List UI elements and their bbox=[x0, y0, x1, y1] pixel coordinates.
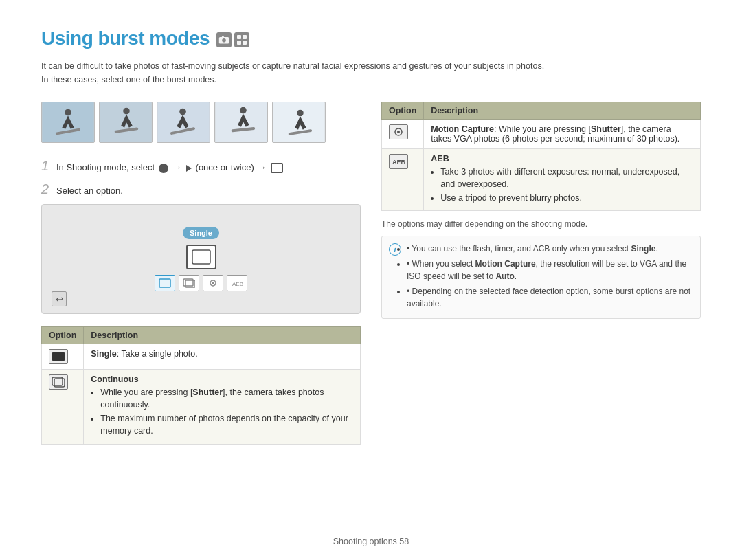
burst-images bbox=[41, 102, 361, 143]
svg-point-17 bbox=[240, 107, 247, 114]
options-note: The options may differ depending on the … bbox=[381, 219, 701, 229]
svg-rect-29 bbox=[52, 352, 65, 361]
table-row-aeb: AEB AEB Take 3 photos with different exp… bbox=[382, 149, 701, 211]
motion-capture-icon bbox=[389, 124, 408, 139]
page-title: Using burst modes bbox=[41, 27, 210, 49]
table-row-single: Single: Take a single photo. bbox=[42, 344, 361, 370]
right-option-table: Option Description Motion Capture: While… bbox=[381, 102, 701, 211]
mode-single-icon[interactable] bbox=[155, 275, 175, 291]
svg-point-20 bbox=[297, 110, 304, 117]
continuous-option-icon bbox=[49, 374, 68, 390]
table-row-continuous: Continuous While you are pressing [Shutt… bbox=[42, 370, 361, 445]
svg-rect-5 bbox=[237, 41, 241, 45]
single-icon-large bbox=[186, 245, 216, 269]
single-label: Single bbox=[183, 227, 219, 239]
footer: Shooting options 58 bbox=[0, 537, 742, 546]
mode-motion-icon[interactable] bbox=[203, 275, 223, 291]
step-1: 1 In Shooting mode, select → (once or tw… bbox=[41, 158, 361, 175]
svg-point-11 bbox=[123, 108, 130, 115]
camera-ui: Single AEB bbox=[41, 204, 361, 314]
left-column: 1 In Shooting mode, select → (once or tw… bbox=[41, 102, 361, 451]
continuous-option-desc: Continuous While you are pressing [Shutt… bbox=[84, 370, 361, 445]
aeb-icon: AEB bbox=[389, 154, 408, 169]
back-button[interactable]: ↩ bbox=[52, 291, 67, 306]
camera-icon bbox=[216, 32, 232, 47]
intro-text: It can be difficult to take photos of fa… bbox=[41, 59, 660, 87]
single-option-icon bbox=[49, 349, 68, 364]
svg-rect-3 bbox=[237, 35, 241, 39]
svg-point-14 bbox=[179, 109, 186, 115]
title-row: Using burst modes bbox=[41, 27, 701, 49]
svg-point-8 bbox=[65, 109, 71, 116]
right-table-header-desc: Description bbox=[424, 102, 701, 120]
table-row-motion-capture: Motion Capture: While you are pressing [… bbox=[382, 120, 701, 149]
burst-img-2 bbox=[99, 102, 153, 143]
svg-rect-22 bbox=[192, 250, 210, 264]
right-column: Option Description Motion Capture: While… bbox=[381, 102, 701, 324]
svg-point-27 bbox=[212, 282, 214, 284]
svg-rect-4 bbox=[243, 35, 247, 39]
title-icons bbox=[216, 32, 249, 47]
mode-continuous-icon[interactable] bbox=[179, 275, 199, 291]
left-option-table: Option Description Single: Take a single… bbox=[41, 326, 361, 445]
motion-capture-desc: Motion Capture: While you are pressing [… bbox=[424, 120, 701, 149]
note-content: • You can use the flash, timer, and ACB … bbox=[407, 243, 693, 312]
burst-img-1 bbox=[41, 102, 95, 143]
burst-img-4 bbox=[214, 102, 268, 143]
note-box: i • You can use the flash, timer, and AC… bbox=[381, 236, 701, 319]
mode-icons-row: AEB bbox=[155, 275, 247, 291]
grid-icon bbox=[234, 32, 249, 47]
burst-img-3 bbox=[157, 102, 210, 143]
mode-aeb-icon[interactable]: AEB bbox=[227, 275, 247, 291]
svg-rect-2 bbox=[222, 36, 224, 37]
left-table-header-desc: Description bbox=[84, 327, 361, 344]
svg-text:AEB: AEB bbox=[232, 281, 243, 287]
step-1-number: 1 bbox=[41, 158, 51, 174]
step-1-text: In Shooting mode, select → (once or twic… bbox=[56, 161, 283, 175]
step-2-number: 2 bbox=[41, 181, 51, 197]
svg-point-33 bbox=[397, 131, 400, 133]
step-2-text: Select an option. bbox=[56, 184, 123, 198]
right-table-header-option: Option bbox=[382, 102, 424, 120]
single-option-desc: Single: Take a single photo. bbox=[84, 344, 361, 370]
burst-img-5 bbox=[272, 102, 326, 143]
svg-point-1 bbox=[222, 38, 226, 43]
svg-rect-6 bbox=[243, 41, 247, 45]
svg-text:AEB: AEB bbox=[392, 159, 405, 166]
step-2: 2 Select an option. bbox=[41, 181, 361, 198]
svg-rect-23 bbox=[159, 279, 170, 287]
left-table-header-option: Option bbox=[42, 327, 84, 344]
aeb-desc: AEB Take 3 photos with different exposur… bbox=[424, 149, 701, 211]
